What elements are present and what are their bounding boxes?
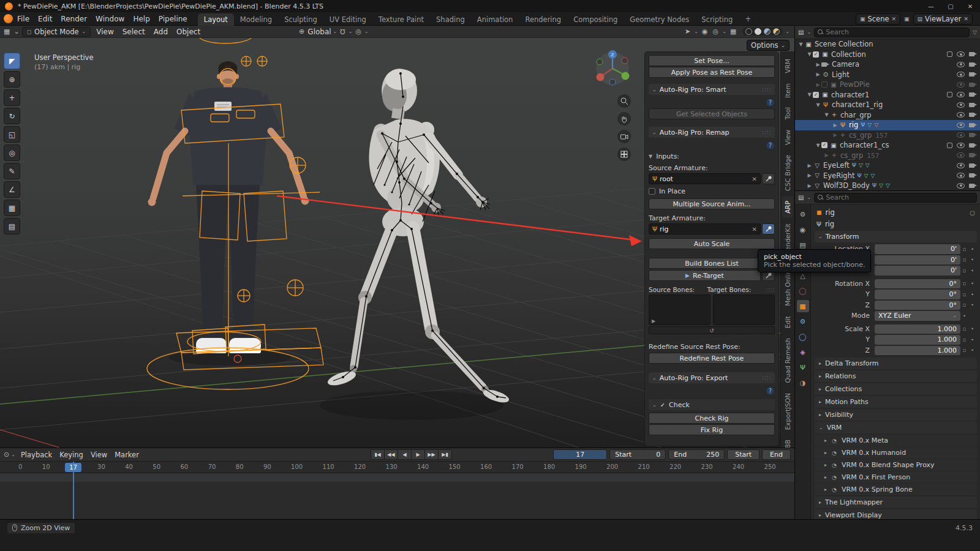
lock-icon[interactable]: ▫ (960, 291, 968, 298)
sidebar-tab[interactable]: View (782, 126, 793, 149)
viewport-menu-item[interactable]: View (92, 27, 118, 37)
collapsed-panel-header[interactable]: ▸Relations (815, 370, 977, 382)
scale-z-field[interactable]: 1.000 (875, 346, 960, 356)
viewport-menu-item[interactable]: Select (118, 27, 149, 37)
collapsed-panel-header[interactable]: ▸Visibility (815, 409, 977, 421)
render-visibility-icon[interactable] (969, 62, 977, 67)
chevron-down-icon[interactable]: ▼ (815, 143, 821, 148)
jump-to-end[interactable]: ▶▮ (438, 449, 452, 460)
set-start-button[interactable]: Start (727, 449, 760, 460)
workspace-tab[interactable]: Rendering (519, 13, 567, 26)
viewport-menu-item[interactable]: Add (149, 27, 172, 37)
auto-scale-button[interactable]: Auto Scale (649, 238, 775, 249)
chevron-right-icon[interactable]: ▶ (815, 62, 821, 67)
lock-icon[interactable]: ▫ (960, 326, 968, 332)
outliner-row[interactable]: ▶ + cs_grp 157 (795, 130, 980, 141)
tab-render-icon[interactable]: ◉ (797, 223, 809, 236)
menu-item[interactable]: Window (91, 13, 129, 24)
drag-handle-icon[interactable]: :::: (762, 87, 771, 92)
check-subpanel-header[interactable]: ⌄ ✓ Check (649, 399, 775, 410)
snap-magnet-icon[interactable]: Ω (339, 28, 346, 36)
source-bones-list[interactable]: ▶ (649, 294, 710, 325)
sidebar-tab[interactable]: Item (782, 79, 793, 102)
outliner-row[interactable]: ▼ ✓ ▣ character1_cs (795, 140, 980, 151)
render-visibility-icon[interactable] (969, 82, 977, 88)
outliner-row[interactable]: ▼ + char_grp (795, 110, 980, 121)
ortho-toggle-icon[interactable] (617, 148, 631, 161)
animate-dot-icon[interactable]: • (968, 246, 976, 252)
collection-checkbox-icon[interactable] (821, 81, 827, 88)
eye-icon[interactable] (957, 152, 965, 158)
unlink-icon[interactable]: ✕ (892, 16, 897, 22)
sidebar-tab[interactable]: ARP (782, 197, 793, 218)
chevron-right-icon[interactable]: ▶ (806, 173, 813, 178)
vrm-subpanel-header[interactable]: ▸◔VRM 0.x Humanoid (815, 447, 977, 459)
frame-end-field[interactable]: End250 (668, 449, 725, 460)
filter-icon[interactable]: ▽ (973, 29, 977, 36)
timeline-tracks[interactable] (0, 473, 794, 519)
outliner-search[interactable] (814, 28, 970, 37)
clear-icon[interactable]: ✕ (752, 176, 757, 182)
eyedropper-icon[interactable] (762, 223, 775, 234)
build-bones-list-button[interactable]: Build Bones List (649, 258, 775, 269)
viewport-menu-item[interactable]: Object (172, 27, 205, 37)
render-visibility-icon[interactable] (969, 143, 977, 148)
sidebar-tab[interactable]: ExportJSON (782, 389, 793, 434)
vrm-panel-header[interactable]: ⌄ VRM (815, 422, 977, 433)
editor-type-icon[interactable]: ⊙ (4, 451, 9, 459)
check-rig-button[interactable]: Check Rig (649, 413, 775, 424)
outliner-row[interactable]: ▶ + cs_grp 157 (795, 151, 980, 161)
tab-object-icon[interactable]: ■ (797, 300, 809, 312)
workspace-tab[interactable]: Animation (471, 13, 519, 26)
sidebar-tab[interactable]: Quad Remesh (782, 334, 793, 387)
shape-data-icon[interactable]: ▽ (865, 162, 870, 168)
chevron-down-icon[interactable]: ▼ (797, 42, 804, 47)
chevron-right-icon[interactable]: ▶ (806, 183, 813, 189)
apply-pose-button[interactable]: Apply Pose as Rest Pose (649, 67, 775, 78)
workspace-tab[interactable]: Sculpting (278, 13, 323, 26)
prev-keyframe[interactable]: ◀◀ (384, 449, 398, 460)
timeline-menu-item[interactable]: Keying (56, 450, 87, 460)
set-pose-button[interactable]: Set Pose... (649, 55, 775, 66)
timeline-menu-item[interactable]: Playback (17, 450, 56, 460)
tool-transform[interactable]: ◎ (4, 144, 20, 161)
refresh-icon[interactable]: ↺ (709, 328, 714, 334)
tool-select-tweak[interactable]: ◤ (4, 53, 20, 69)
outliner-row[interactable]: ▶ Camera (795, 59, 980, 70)
lock-icon[interactable]: ▫ (960, 302, 968, 308)
render-visibility-icon[interactable] (969, 132, 977, 138)
viewport-display-panel-header[interactable]: ▸ Viewport Display (815, 509, 977, 519)
bones-list-footer[interactable]: ↺ (649, 326, 775, 334)
next-keyframe[interactable]: ▶▶ (424, 449, 439, 460)
transform-panel-header[interactable]: ⌄ Transform (815, 231, 977, 242)
workspace-tab[interactable]: UV Editing (323, 13, 372, 26)
retarget-button[interactable]: ▶ Re-Target (649, 270, 761, 281)
outliner-row[interactable]: ▶ ▽ EyeRight Ψ ▽ ▽ (795, 171, 980, 181)
render-visibility-icon[interactable] (969, 112, 977, 118)
target-armature-field[interactable]: Ψ rig ✕ (649, 223, 761, 234)
tool-rotate[interactable]: ↻ (4, 108, 20, 124)
rotation-mode-dropdown[interactable]: XYZ Euler⌄ (875, 311, 960, 321)
breadcrumb-object[interactable]: rig (826, 208, 835, 217)
animate-dot-icon[interactable]: • (968, 291, 976, 298)
tab-modifiers-icon[interactable]: ⚙ (797, 315, 809, 328)
rotation-x-field[interactable]: 0° (875, 279, 960, 289)
render-visibility-icon[interactable] (969, 92, 977, 97)
tab-physics-icon[interactable]: ◯ (797, 331, 809, 343)
blender-menu-icon[interactable] (4, 14, 13, 23)
viewlayer-selector[interactable]: ▤ ViewLayer ✕ (913, 13, 973, 24)
eye-icon[interactable] (957, 183, 965, 189)
shape-data-icon[interactable]: ▽ (886, 182, 890, 189)
lock-icon[interactable]: ▫ (960, 347, 968, 353)
search-input[interactable] (826, 28, 966, 36)
eye-icon[interactable] (957, 82, 965, 88)
collection-checkbox-icon[interactable]: ✓ (821, 142, 827, 148)
menu-item[interactable]: File (13, 13, 34, 24)
show-gizmo-icon[interactable]: ◉ (701, 28, 709, 36)
tool-add-cube[interactable]: ▦ (4, 200, 20, 216)
lock-icon[interactable]: ▫ (960, 246, 968, 252)
lightmapper-panel-header[interactable]: ▸ The Lightmapper (815, 497, 977, 508)
workspace-tab[interactable]: Texture Paint (372, 13, 430, 26)
mesh-data-icon[interactable]: ▽ (879, 182, 883, 189)
outliner-row-selected[interactable]: ▶ Ψ rig Ψ ▽ ▽ (795, 120, 980, 130)
